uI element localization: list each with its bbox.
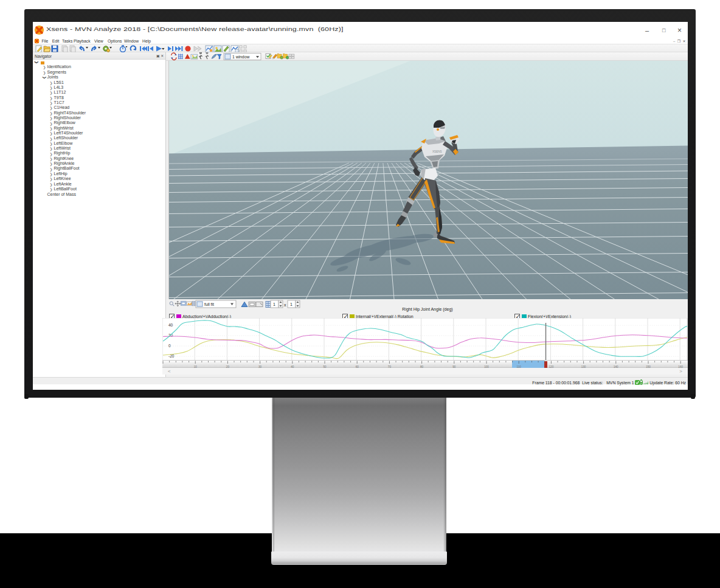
svg-text:0: 0: [168, 344, 171, 348]
svg-text:x: x: [284, 303, 286, 307]
svg-text:full fit: full fit: [204, 302, 214, 306]
svg-text:40: 40: [168, 323, 173, 327]
svg-text:XSENS: XSENS: [432, 150, 442, 153]
svg-text:1: 1: [290, 302, 292, 306]
svg-text:20: 20: [168, 333, 173, 337]
svg-text:1: 1: [273, 302, 275, 306]
svg-text:1 window: 1 window: [232, 55, 249, 59]
